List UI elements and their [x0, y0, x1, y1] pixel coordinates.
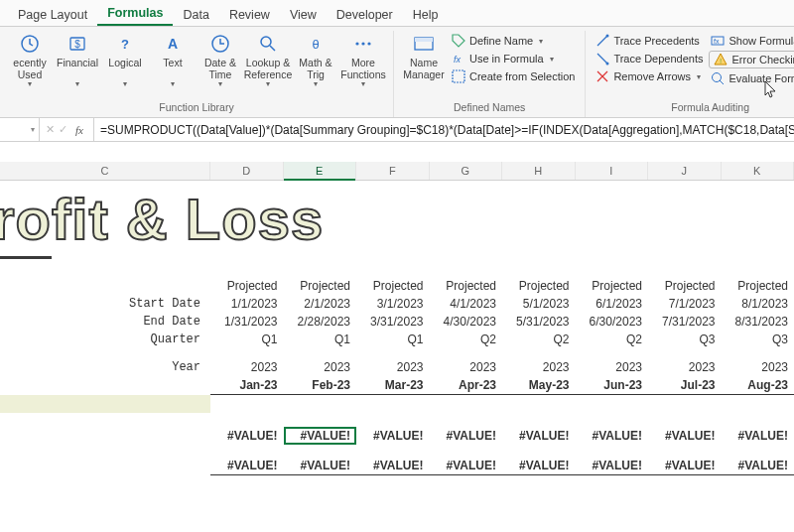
cell-error[interactable]: #VALUE!: [648, 457, 722, 475]
cell-error[interactable]: #VALUE!: [648, 427, 722, 445]
cell[interactable]: 6/1/2023: [576, 295, 649, 313]
col-header[interactable]: I: [576, 162, 649, 180]
more-functions-button[interactable]: More Functions ▾: [339, 31, 387, 90]
cell[interactable]: Projected: [356, 277, 430, 295]
cell-error[interactable]: #VALUE!: [430, 427, 503, 445]
cell[interactable]: Projected: [502, 277, 576, 295]
cell[interactable]: Mar-23: [356, 376, 430, 395]
trace-precedents-button[interactable]: Trace Precedents: [594, 33, 705, 49]
cell[interactable]: 1/1/2023: [210, 295, 284, 313]
create-from-selection-button[interactable]: Create from Selection: [450, 68, 577, 84]
cell[interactable]: Projected: [648, 277, 722, 295]
cell[interactable]: 2023: [648, 358, 722, 376]
lookup-ref-button[interactable]: Lookup & Reference ▾: [244, 31, 292, 90]
cell-error[interactable]: #VALUE!: [722, 427, 795, 445]
cell-error[interactable]: #VALUE!: [430, 457, 503, 475]
tab-formulas[interactable]: Formulas: [97, 0, 173, 26]
financial-button[interactable]: $ Financial ▾: [54, 31, 101, 90]
error-checking-button[interactable]: ! Error Checking ▾: [709, 51, 794, 68]
cell[interactable]: 2023: [502, 358, 576, 376]
cell[interactable]: Projected: [430, 277, 503, 295]
tab-help[interactable]: Help: [403, 2, 449, 26]
row-label[interactable]: Start Date: [0, 295, 210, 313]
tab-page-layout[interactable]: Page Layout: [8, 2, 97, 26]
row-label[interactable]: Quarter: [0, 331, 210, 348]
cell[interactable]: [0, 457, 210, 475]
trace-dependents-button[interactable]: Trace Dependents: [594, 51, 705, 66]
text-button[interactable]: A Text ▾: [149, 31, 197, 90]
cell[interactable]: 2023: [284, 358, 357, 376]
cell[interactable]: 8/31/2023: [722, 313, 795, 331]
cell[interactable]: [0, 376, 210, 395]
cell[interactable]: 4/30/2023: [430, 313, 503, 331]
cell-error[interactable]: #VALUE!: [284, 457, 357, 475]
cell[interactable]: Projected: [576, 277, 649, 295]
col-header[interactable]: C: [0, 162, 210, 180]
cell[interactable]: 4/1/2023: [430, 295, 503, 313]
cell[interactable]: Q2: [502, 331, 576, 348]
cell-error[interactable]: #VALUE!: [210, 457, 284, 475]
cell[interactable]: 2023: [210, 358, 284, 376]
cell-error[interactable]: #VALUE!: [576, 427, 649, 445]
cell-error[interactable]: #VALUE!: [210, 427, 284, 445]
cell[interactable]: 2023: [356, 358, 430, 376]
name-box[interactable]: ▾: [0, 118, 40, 141]
col-header[interactable]: D: [210, 162, 284, 180]
cell[interactable]: 8/1/2023: [722, 295, 795, 313]
cell[interactable]: 5/1/2023: [502, 295, 576, 313]
cell[interactable]: 2023: [576, 358, 649, 376]
show-formulas-button[interactable]: fx Show Formulas: [709, 33, 794, 49]
tab-data[interactable]: Data: [173, 2, 218, 26]
cell[interactable]: Apr-23: [430, 376, 503, 395]
cell-error[interactable]: #VALUE!: [356, 457, 430, 475]
math-trig-button[interactable]: θ Math & Trig ▾: [292, 31, 339, 90]
cell[interactable]: Q3: [722, 331, 795, 348]
cell[interactable]: 1/31/2023: [210, 313, 284, 331]
cell-error[interactable]: #VALUE!: [722, 457, 795, 475]
cell[interactable]: [0, 277, 210, 295]
cancel-formula-button[interactable]: ✕: [46, 123, 55, 136]
cell[interactable]: 7/1/2023: [648, 295, 722, 313]
cell[interactable]: Projected: [210, 277, 284, 295]
cell[interactable]: 6/30/2023: [576, 313, 649, 331]
worksheet[interactable]: rofit & Loss Projected Projected Project…: [0, 181, 794, 475]
col-header[interactable]: K: [722, 162, 795, 180]
cell-error[interactable]: #VALUE!: [502, 457, 576, 475]
evaluate-formula-button[interactable]: Evaluate Formula: [709, 70, 794, 86]
cell[interactable]: Aug-23: [722, 376, 795, 395]
cell[interactable]: Feb-23: [284, 376, 357, 395]
formula-input[interactable]: =SUMPRODUCT((Data[Value])*(Data[Summary …: [94, 123, 794, 137]
col-header[interactable]: J: [648, 162, 722, 180]
cell[interactable]: Q2: [430, 331, 503, 348]
cell[interactable]: Jan-23: [210, 376, 284, 395]
cell[interactable]: 2/28/2023: [284, 313, 357, 331]
cell-error[interactable]: #VALUE!: [502, 427, 576, 445]
tab-developer[interactable]: Developer: [327, 2, 403, 26]
cell[interactable]: 3/31/2023: [356, 313, 430, 331]
accept-formula-button[interactable]: ✓: [59, 123, 67, 136]
col-header[interactable]: E: [284, 162, 357, 180]
use-in-formula-button[interactable]: fx Use in Formula ▾: [450, 51, 577, 66]
cell-error[interactable]: #VALUE!: [356, 427, 430, 445]
remove-arrows-button[interactable]: Remove Arrows ▾: [594, 68, 705, 84]
cell-error[interactable]: #VALUE!: [576, 457, 649, 475]
row-label[interactable]: Year: [0, 358, 210, 376]
cell[interactable]: Projected: [284, 277, 357, 295]
insert-function-button[interactable]: fx: [71, 124, 87, 136]
cell[interactable]: May-23: [502, 376, 576, 395]
cell-error[interactable]: #VALUE!: [284, 427, 357, 445]
cell[interactable]: 2/1/2023: [284, 295, 357, 313]
cell[interactable]: 3/1/2023: [356, 295, 430, 313]
recently-used-button[interactable]: ecently Used ▾: [6, 31, 54, 90]
cell[interactable]: 2023: [722, 358, 795, 376]
cell[interactable]: Q1: [356, 331, 430, 348]
cell[interactable]: Jun-23: [576, 376, 649, 395]
define-name-button[interactable]: Define Name ▾: [450, 33, 577, 49]
tab-review[interactable]: Review: [219, 2, 280, 26]
tab-view[interactable]: View: [280, 2, 327, 26]
cell[interactable]: Q3: [648, 331, 722, 348]
cell[interactable]: 7/31/2023: [648, 313, 722, 331]
cell[interactable]: Q1: [210, 331, 284, 348]
name-manager-button[interactable]: Name Manager: [400, 31, 448, 82]
cell[interactable]: [0, 427, 210, 445]
